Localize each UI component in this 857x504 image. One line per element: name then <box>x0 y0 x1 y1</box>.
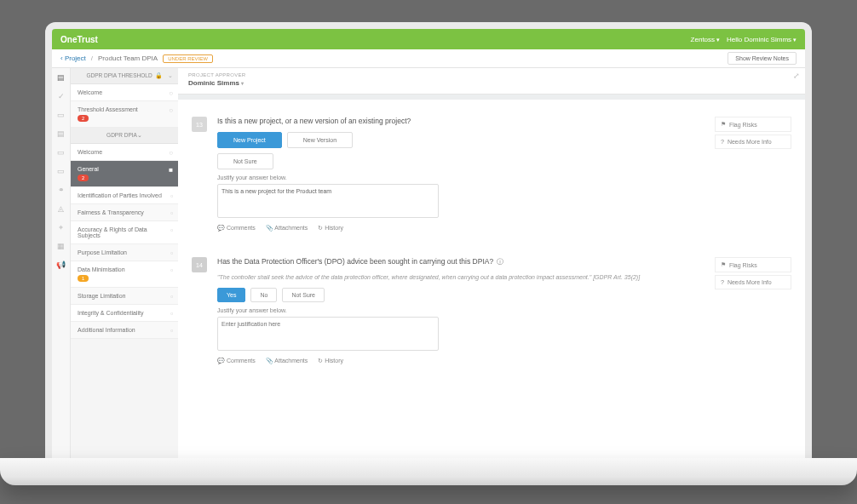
square-icon: ▫ <box>170 249 173 257</box>
needs-info-button[interactable]: ?Needs More Info <box>715 135 791 149</box>
option-yes[interactable]: Yes <box>217 288 245 302</box>
org-dropdown[interactable]: Zentoss <box>691 36 720 43</box>
flag-icon: ⚑ <box>721 261 726 268</box>
back-link[interactable]: ‹ Project <box>60 54 86 62</box>
square-icon: ▫ <box>170 310 173 318</box>
icon-rail: ▤ ✓ ▭ ▤ ▭ ▭ ⚭ ◬ ⌖ ▦ 📢 › <box>52 68 71 482</box>
sidebar-item-integ[interactable]: Integrity & Confidentiality▫ <box>71 305 178 322</box>
option-new-project[interactable]: New Project <box>217 132 282 148</box>
square-icon: ▫ <box>170 266 173 274</box>
needs-info-button[interactable]: ?Needs More Info <box>715 275 791 289</box>
rail-data-icon[interactable]: ▦ <box>55 240 67 252</box>
option-new-version[interactable]: New Version <box>287 132 353 148</box>
comments-link[interactable]: 💬 Comments <box>217 358 256 364</box>
show-review-notes-button[interactable]: Show Review Notes <box>728 52 797 65</box>
sidebar-item-ident[interactable]: Identification of Parties Involved▫ <box>71 187 178 204</box>
justify-textarea-14[interactable] <box>217 317 439 351</box>
justify-textarea-13[interactable] <box>217 184 439 218</box>
sidebar-item-welcome2[interactable]: Welcome○ <box>71 144 178 161</box>
sidebar-item-threshold[interactable]: Threshold Assessment 2 ○ <box>71 101 178 128</box>
sidebar-item-general[interactable]: General 2 ■ <box>71 161 178 187</box>
sidebar-item-welcome[interactable]: Welcome○ <box>71 84 178 101</box>
rail-doc-icon[interactable]: ▤ <box>55 128 67 140</box>
circle-icon: ○ <box>169 89 173 97</box>
circle-icon: ○ <box>169 106 173 114</box>
crumb-sep: / <box>91 54 93 62</box>
breadcrumb-bar: ‹ Project / Product Team DPIA Under Revi… <box>52 49 805 68</box>
section-header-threshold[interactable]: GDPR DPIA THRESHOLD🔒⌄ <box>71 68 178 84</box>
top-bar: OneTrust Zentoss Hello Dominic Simms <box>52 29 805 49</box>
info-icon[interactable]: ⓘ <box>497 258 503 266</box>
approver-label: Project Approver <box>188 72 795 77</box>
status-badge: Under Review <box>163 54 213 63</box>
threshold-badge: 2 <box>78 115 89 122</box>
question-title: Has the Data Protection Officer's (DPO) … <box>217 257 705 266</box>
question-content: 13 Is this a new project, or a new versi… <box>178 100 805 458</box>
option-no[interactable]: No <box>250 288 277 302</box>
approver-bar: Project Approver Dominic Simms ⤢ <box>178 68 805 94</box>
history-link[interactable]: ↻ History <box>318 225 343 232</box>
page-title: Product Team DPIA <box>98 54 158 62</box>
sidebar-item-fair[interactable]: Fairness & Transparency▫ <box>71 204 178 221</box>
square-icon: ▫ <box>170 209 173 217</box>
square-icon: ▫ <box>170 327 173 335</box>
rail-box-icon[interactable]: ▭ <box>55 146 67 158</box>
lock-icon: 🔒 <box>155 72 163 78</box>
rail-card-icon[interactable]: ▭ <box>55 109 67 121</box>
question-number: 14 <box>192 257 207 272</box>
justify-label: Justify your answer below. <box>217 307 705 313</box>
attachments-link[interactable]: 📎 Attachments <box>266 225 308 232</box>
section-header-dpia[interactable]: GDPR DPIA⌄ <box>71 128 178 144</box>
option-not-sure[interactable]: Not Sure <box>217 153 273 169</box>
sidebar-item-purpose[interactable]: Purpose Limitation▫ <box>71 244 178 261</box>
square-icon: ■ <box>169 166 173 174</box>
rail-announce-icon[interactable]: 📢 <box>55 259 67 271</box>
square-icon: ▫ <box>170 192 173 200</box>
sidebar-item-acc[interactable]: Accuracy & Rights of Data Subjects▫ <box>71 221 178 244</box>
circle-icon: ○ <box>169 149 173 157</box>
datamin-badge: 1 <box>78 275 89 282</box>
question-13: 13 Is this a new project, or a new versi… <box>192 108 791 249</box>
rail-location-icon[interactable]: ⌖ <box>55 221 67 233</box>
sidebar-item-addl[interactable]: Additional Information▫ <box>71 322 178 339</box>
comments-link[interactable]: 💬 Comments <box>217 225 256 232</box>
question-quote: "The controller shall seek the advice of… <box>217 273 705 281</box>
approver-dropdown[interactable]: Dominic Simms <box>188 79 795 87</box>
flag-icon: ⚑ <box>721 121 726 128</box>
question-number: 13 <box>192 117 207 132</box>
question-14: 14 Has the Data Protection Officer's (DP… <box>192 249 791 381</box>
sidebar: GDPR DPIA THRESHOLD🔒⌄ Welcome○ Threshold… <box>71 68 178 482</box>
option-not-sure[interactable]: Not Sure <box>282 288 325 302</box>
chevron-down-icon: ⌄ <box>137 132 142 138</box>
brand-logo: OneTrust <box>60 35 98 44</box>
history-link[interactable]: ↻ History <box>318 358 343 364</box>
info-icon: ? <box>721 279 724 285</box>
general-badge: 2 <box>78 175 89 181</box>
rail-shield-icon[interactable]: ◬ <box>55 203 67 215</box>
rail-check-icon[interactable]: ✓ <box>55 90 67 102</box>
square-icon: ▫ <box>170 293 173 301</box>
question-title: Is this a new project, or a new version … <box>217 117 705 125</box>
flag-risks-button[interactable]: ⚑Flag Risks <box>715 257 791 272</box>
justify-label: Justify your answer below. <box>217 175 705 180</box>
expand-icon[interactable]: ⤢ <box>793 72 800 80</box>
sidebar-item-datamin[interactable]: Data Minimisation 1 ▫ <box>71 261 178 288</box>
flag-risks-button[interactable]: ⚑Flag Risks <box>715 117 791 132</box>
chevron-down-icon: ⌄ <box>168 72 173 79</box>
rail-home-icon[interactable]: ▤ <box>55 72 67 83</box>
sidebar-item-storage[interactable]: Storage Limitation▫ <box>71 288 178 305</box>
rail-id-icon[interactable]: ▭ <box>55 165 67 177</box>
info-icon: ? <box>721 139 724 145</box>
rail-people-icon[interactable]: ⚭ <box>55 184 67 196</box>
user-dropdown[interactable]: Hello Dominic Simms <box>727 36 797 43</box>
main-panel: Project Approver Dominic Simms ⤢ 13 Is t… <box>178 68 805 482</box>
attachments-link[interactable]: 📎 Attachments <box>266 358 308 364</box>
square-icon: ▫ <box>170 226 173 234</box>
